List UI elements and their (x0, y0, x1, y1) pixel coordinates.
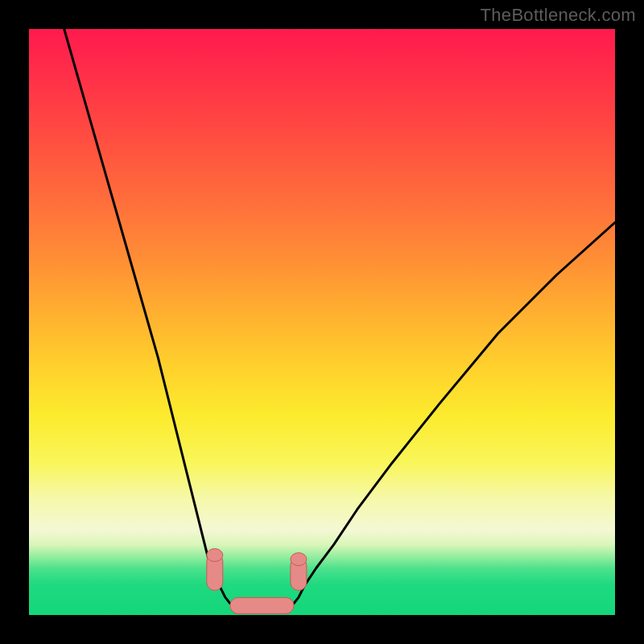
chart-frame: TheBottleneck.com (0, 0, 644, 644)
marker-valley-band (230, 597, 294, 613)
marker-vstub-cap-1 (291, 553, 307, 566)
plot-area (29, 29, 615, 615)
bottleneck-curve (64, 29, 615, 609)
curve-layer (29, 29, 615, 615)
watermark-text: TheBottleneck.com (481, 5, 636, 26)
marker-vstub-cap-0 (207, 549, 223, 562)
